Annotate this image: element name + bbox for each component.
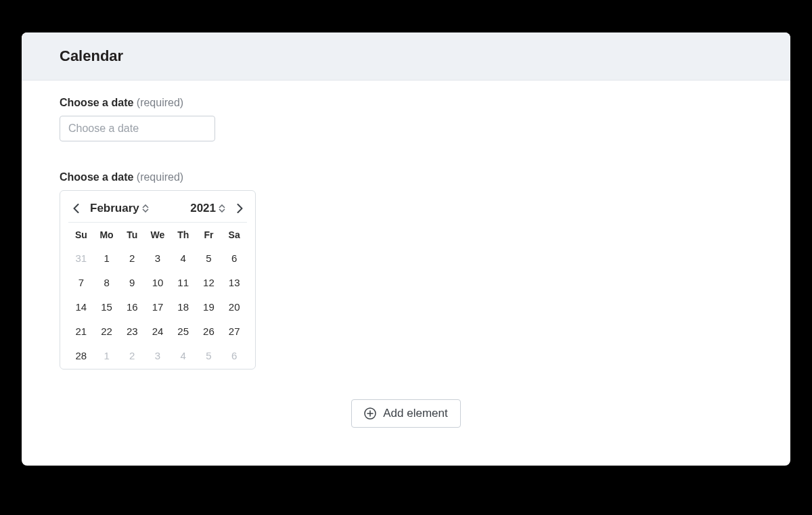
- prev-month-button[interactable]: [70, 202, 82, 215]
- field-label: Choose a date (required): [60, 97, 752, 109]
- sort-icon: [219, 204, 225, 212]
- calendar-day[interactable]: 23: [119, 323, 145, 339]
- field-date-input: Choose a date (required): [60, 97, 752, 141]
- card-footer: Add element: [60, 370, 752, 445]
- calendar-grid: SuMoTuWeThFrSa31123456789101112131415161…: [68, 223, 247, 363]
- add-element-label: Add element: [383, 407, 447, 420]
- calendar-day[interactable]: 6: [221, 347, 247, 363]
- calendar-day[interactable]: 1: [94, 347, 120, 363]
- calendar-day[interactable]: 28: [68, 347, 94, 363]
- day-of-week-header: Tu: [119, 229, 145, 242]
- plus-circle-icon: [364, 407, 376, 420]
- calendar-day[interactable]: 11: [171, 274, 196, 290]
- day-of-week-header: Th: [171, 229, 196, 242]
- calendar-day[interactable]: 8: [94, 274, 120, 290]
- day-of-week-header: We: [145, 229, 171, 242]
- field-date-calendar: Choose a date (required) February: [60, 171, 752, 370]
- month-label: February: [90, 202, 139, 215]
- date-input[interactable]: [60, 116, 215, 141]
- calendar-day[interactable]: 3: [145, 347, 171, 363]
- chevron-left-icon: [73, 204, 79, 213]
- calendar-day[interactable]: 19: [196, 298, 222, 315]
- calendar-card: Calendar Choose a date (required) Choose…: [22, 32, 790, 466]
- calendar-day[interactable]: 26: [196, 323, 222, 339]
- calendar-day[interactable]: 2: [119, 250, 145, 266]
- calendar-day[interactable]: 3: [145, 250, 171, 266]
- calendar-day[interactable]: 17: [145, 298, 171, 315]
- required-indicator: (required): [137, 97, 183, 108]
- calendar-day[interactable]: 4: [171, 250, 196, 266]
- calendar-day[interactable]: 6: [221, 250, 247, 266]
- day-of-week-header: Fr: [196, 229, 222, 242]
- calendar-day[interactable]: 14: [68, 298, 94, 315]
- calendar-widget: February 2021: [60, 190, 256, 370]
- next-month-button[interactable]: [233, 202, 246, 215]
- calendar-day[interactable]: 20: [221, 298, 247, 315]
- calendar-day[interactable]: 1: [94, 250, 120, 266]
- calendar-day[interactable]: 9: [119, 274, 145, 290]
- calendar-day[interactable]: 21: [68, 323, 94, 339]
- calendar-day[interactable]: 25: [171, 323, 196, 339]
- calendar-day[interactable]: 16: [119, 298, 145, 315]
- calendar-day[interactable]: 31: [68, 250, 94, 266]
- year-select[interactable]: 2021: [189, 202, 227, 215]
- calendar-day[interactable]: 7: [68, 274, 94, 290]
- card-body: Choose a date (required) Choose a date (…: [22, 81, 790, 466]
- required-indicator: (required): [137, 171, 183, 183]
- calendar-day[interactable]: 27: [221, 323, 247, 339]
- field-label: Choose a date (required): [60, 171, 752, 183]
- calendar-header: February 2021: [68, 199, 247, 223]
- calendar-day[interactable]: 13: [221, 274, 247, 290]
- calendar-day[interactable]: 10: [145, 274, 171, 290]
- calendar-day[interactable]: 18: [171, 298, 196, 315]
- calendar-day[interactable]: 2: [119, 347, 145, 363]
- sort-icon: [142, 204, 149, 212]
- label-text: Choose a date: [60, 171, 133, 183]
- calendar-day[interactable]: 5: [196, 347, 222, 363]
- day-of-week-header: Su: [68, 229, 94, 242]
- year-label: 2021: [190, 202, 216, 215]
- card-title: Calendar: [60, 47, 752, 65]
- calendar-day[interactable]: 15: [94, 298, 120, 315]
- month-select[interactable]: February: [89, 202, 150, 215]
- card-header: Calendar: [22, 32, 790, 81]
- label-text: Choose a date: [60, 97, 133, 108]
- calendar-day[interactable]: 22: [94, 323, 120, 339]
- calendar-day[interactable]: 24: [145, 323, 171, 339]
- chevron-right-icon: [237, 204, 243, 213]
- calendar-day[interactable]: 4: [171, 347, 196, 363]
- calendar-day[interactable]: 5: [196, 250, 222, 266]
- day-of-week-header: Mo: [94, 229, 120, 242]
- calendar-day[interactable]: 12: [196, 274, 222, 290]
- day-of-week-header: Sa: [221, 229, 247, 242]
- add-element-button[interactable]: Add element: [351, 399, 460, 428]
